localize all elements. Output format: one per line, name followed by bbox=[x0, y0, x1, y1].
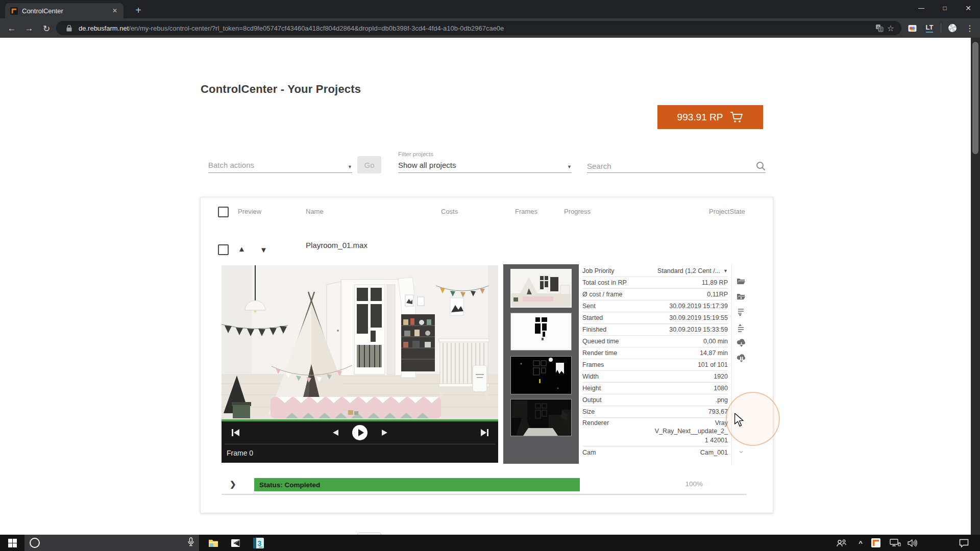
network-icon[interactable] bbox=[887, 535, 903, 551]
chevron-down-icon: ▼ bbox=[567, 164, 572, 169]
detail-row-cam: CamCam_001 bbox=[582, 446, 728, 458]
action-center-icon[interactable] bbox=[955, 535, 972, 551]
job-details-table: Job Priority Standard (1,2 Cent /... ▼ T… bbox=[582, 265, 728, 458]
lt-badge: LT bbox=[926, 23, 934, 33]
window-minimize-button[interactable]: — bbox=[910, 0, 933, 16]
detail-value: 0,00 min bbox=[703, 338, 728, 345]
skip-to-start-icon[interactable] bbox=[228, 421, 243, 444]
rebusfarm-tray-icon[interactable] bbox=[868, 535, 884, 551]
thumbnail-alpha-pass[interactable] bbox=[510, 313, 572, 350]
search-icon[interactable] bbox=[756, 161, 766, 171]
microphone-icon[interactable] bbox=[188, 537, 194, 548]
project-name[interactable]: Playroom_01.max bbox=[306, 241, 368, 249]
rebusfarm-favicon-icon bbox=[10, 7, 18, 15]
detail-row: Render time14,87 min bbox=[582, 347, 728, 359]
file-explorer-icon[interactable] bbox=[205, 535, 222, 551]
col-header-costs: Costs bbox=[441, 208, 458, 215]
forward-button[interactable]: → bbox=[22, 22, 36, 35]
cloud-download-icon[interactable] bbox=[737, 339, 746, 348]
thumbnail-shadow-pass[interactable] bbox=[510, 399, 572, 436]
col-header-preview: Preview bbox=[238, 208, 261, 215]
renderer-line: V_Ray_Next__update_2_ bbox=[582, 427, 728, 436]
play-button[interactable] bbox=[351, 421, 369, 444]
open-scene-folder-icon[interactable] bbox=[737, 293, 746, 302]
detail-row: Frames101 of 101 bbox=[582, 359, 728, 371]
mail-app-icon[interactable] bbox=[227, 535, 243, 551]
start-button[interactable] bbox=[4, 535, 20, 551]
page-scrollbar[interactable] bbox=[971, 38, 980, 535]
batch-actions-select-top[interactable]: Batch actions ▼ bbox=[208, 156, 352, 173]
skip-to-end-icon[interactable] bbox=[477, 421, 492, 444]
detail-label: Job Priority bbox=[582, 267, 657, 274]
languagetool-extension-icon[interactable]: LT bbox=[923, 22, 936, 34]
detail-value: 30.09.2019 15:33:59 bbox=[669, 326, 728, 333]
back-button[interactable]: ← bbox=[5, 22, 18, 35]
open-output-folder-icon[interactable] bbox=[737, 278, 746, 287]
project-status-row: ❯ Status: Completed 100% bbox=[222, 476, 747, 494]
detail-label: Ø cost / frame bbox=[582, 291, 707, 298]
detail-value: 101 of 101 bbox=[698, 361, 728, 368]
upload-list-icon[interactable] bbox=[737, 323, 746, 333]
detail-value: 1920 bbox=[714, 373, 728, 380]
go-button-top[interactable]: Go bbox=[357, 156, 381, 173]
url-path: /en/my-rebus/control-center/?rl_token=8c… bbox=[129, 24, 504, 32]
svg-text:MAX: MAX bbox=[259, 546, 263, 548]
expand-row-icon[interactable]: ❯ bbox=[230, 480, 236, 489]
page-title: ControlCenter - Your Projects bbox=[201, 83, 361, 96]
translate-icon[interactable]: A文 bbox=[874, 22, 885, 34]
job-priority-select[interactable]: Standard (1,2 Cent /... bbox=[657, 267, 720, 274]
thumbnail-beauty-pass[interactable] bbox=[510, 269, 572, 308]
detail-row-renderer: RendererVray V_Ray_Next__update_2_ 1 420… bbox=[582, 418, 728, 446]
browser-menu-icon[interactable]: ⋮ bbox=[964, 22, 976, 34]
select-all-checkbox[interactable] bbox=[218, 207, 229, 217]
renderer-line: 1 42001 bbox=[582, 436, 728, 445]
detail-label: Queued time bbox=[582, 338, 703, 345]
profile-avatar-icon[interactable] bbox=[946, 22, 959, 34]
detail-row: Ø cost / frame0,11RP bbox=[582, 289, 728, 300]
col-header-progress: Progress bbox=[564, 208, 591, 215]
photos-extension-icon[interactable] bbox=[906, 22, 918, 34]
detail-value: 0,11RP bbox=[707, 291, 728, 298]
search-input[interactable] bbox=[587, 162, 756, 170]
url-domain: de.rebusfarm.net bbox=[79, 24, 129, 32]
taskbar-search-box[interactable] bbox=[24, 535, 199, 551]
tab-close-icon[interactable]: ✕ bbox=[110, 6, 119, 15]
window-close-button[interactable]: ✕ bbox=[957, 0, 980, 16]
detail-row: Output.png bbox=[582, 394, 728, 406]
new-tab-button[interactable]: + bbox=[132, 4, 145, 17]
detail-row: Queued time0,00 min bbox=[582, 336, 728, 347]
filter-projects-select[interactable]: Show all projects ▼ bbox=[398, 159, 572, 173]
detail-label: Output bbox=[582, 396, 716, 404]
address-bar[interactable]: de.rebusfarm.net/en/my-rebus/control-cen… bbox=[56, 21, 901, 35]
previous-frame-icon[interactable] bbox=[328, 421, 343, 444]
detail-row: Sent30.09.2019 15:17:39 bbox=[582, 300, 728, 312]
browser-tab[interactable]: ControlCenter ✕ bbox=[5, 3, 124, 18]
projects-table-card: Preview Name Costs Frames Progress Proje… bbox=[200, 197, 773, 513]
render-preview-image[interactable] bbox=[222, 265, 498, 419]
detail-row: Size793,67 bbox=[582, 406, 728, 418]
thumbnail-lighting-pass[interactable] bbox=[510, 356, 572, 394]
detail-row: Width1920 bbox=[582, 371, 728, 383]
next-frame-icon[interactable] bbox=[377, 421, 393, 444]
detail-label: Height bbox=[582, 385, 714, 392]
volume-icon[interactable] bbox=[904, 535, 921, 551]
cloud-pause-icon[interactable] bbox=[737, 354, 746, 363]
bookmark-star-icon[interactable]: ☆ bbox=[885, 22, 896, 34]
window-maximize-button[interactable]: □ bbox=[933, 0, 957, 16]
render-points-balance-button[interactable]: 993.91 RP bbox=[657, 105, 763, 129]
download-list-icon[interactable] bbox=[737, 308, 746, 317]
tray-overflow-chevron-icon[interactable]: ^ bbox=[852, 535, 869, 551]
3dsmax-app-icon[interactable]: 3MAX bbox=[250, 535, 266, 551]
row-checkbox[interactable] bbox=[218, 244, 229, 255]
move-down-icon[interactable]: ▼ bbox=[260, 245, 267, 254]
detail-row: Finished30.09.2019 15:33:59 bbox=[582, 324, 728, 336]
detail-label: Started bbox=[582, 314, 669, 321]
chevron-down-icon[interactable]: ▼ bbox=[723, 268, 728, 273]
people-icon[interactable] bbox=[833, 535, 849, 551]
move-up-icon[interactable]: ▲ bbox=[238, 244, 246, 253]
chevron-down-icon[interactable]: ⌄ bbox=[737, 445, 746, 455]
reload-button[interactable]: ↻ bbox=[40, 22, 53, 35]
detail-label: Width bbox=[582, 373, 714, 380]
scrollbar-thumb[interactable] bbox=[972, 42, 978, 154]
detail-label: Renderer bbox=[582, 419, 715, 427]
